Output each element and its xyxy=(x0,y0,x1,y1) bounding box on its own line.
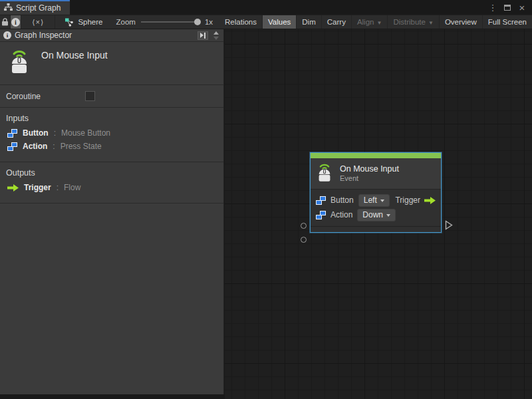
value-port-icon xyxy=(316,196,326,205)
title-tab-bar: Script Graph ⋮ × xyxy=(0,0,532,15)
scroll-up-icon[interactable] xyxy=(213,31,219,35)
chevron-down-icon xyxy=(380,200,384,202)
dim-label: Dim xyxy=(302,18,315,26)
action-port-label: Action xyxy=(331,210,352,219)
graph-hierarchy-icon xyxy=(4,3,13,13)
info-icon: i xyxy=(3,31,11,39)
zoom-slider-handle[interactable] xyxy=(194,19,201,25)
value-port-icon xyxy=(7,142,17,151)
fullscreen-button[interactable]: Full Screen xyxy=(483,15,532,29)
graph-owner-label: Sphere xyxy=(78,18,102,26)
distribute-label: Distribute xyxy=(393,18,426,26)
inputs-section: Inputs Button : Mouse Button Action : Pr… xyxy=(0,108,223,162)
value-port-icon xyxy=(7,129,17,138)
inspected-node-title: On Mouse Input xyxy=(41,50,108,61)
port-name: Trigger xyxy=(24,183,51,192)
inspected-node-summary: On Mouse Input xyxy=(0,42,223,85)
input-port-row: Action : Press State xyxy=(7,142,217,151)
port-type: Flow xyxy=(64,183,80,192)
graph-owner[interactable]: Sphere xyxy=(55,15,109,29)
trigger-output-port[interactable] xyxy=(445,220,453,230)
button-value: Left xyxy=(364,196,377,205)
coroutine-setting: Coroutine xyxy=(0,85,223,108)
values-label: Values xyxy=(268,18,291,26)
node-footer xyxy=(311,226,441,232)
carry-button[interactable]: Carry xyxy=(322,15,352,29)
input-port-row: Button : Mouse Button xyxy=(7,128,217,138)
action-input-port[interactable] xyxy=(301,237,307,243)
scroll-down-icon[interactable] xyxy=(213,37,219,40)
values-button[interactable]: Values xyxy=(263,15,297,29)
value-port-icon xyxy=(316,211,326,219)
close-icon[interactable]: × xyxy=(516,1,528,13)
zoom-control: Zoom 1x xyxy=(109,15,219,29)
graph-toolbar: i ⟨×⟩ Sphere Zoom 1x Relations Values Di… xyxy=(0,15,532,29)
inputs-header: Inputs xyxy=(6,114,217,123)
button-port-label: Button xyxy=(331,196,354,205)
dim-button[interactable]: Dim xyxy=(297,15,321,29)
carry-label: Carry xyxy=(327,18,346,26)
port-type: Press State xyxy=(61,142,102,151)
port-name: Action xyxy=(23,142,47,151)
separator: : xyxy=(54,128,56,138)
graph-inspector-panel: i Graph Inspector On Mouse Input Corouti… xyxy=(0,29,224,394)
on-mouse-input-icon xyxy=(316,162,333,185)
node-header[interactable]: On Mouse Input Event xyxy=(311,158,441,189)
separator: : xyxy=(57,183,59,192)
panel-scroll-arrows xyxy=(211,31,221,40)
trigger-port-label: Trigger xyxy=(395,196,420,205)
trigger-flow-arrow-icon[interactable] xyxy=(424,197,436,204)
outputs-section: Outputs Trigger : Flow xyxy=(0,162,223,203)
button-value-dropdown[interactable]: Left xyxy=(358,194,390,207)
zoom-slider[interactable] xyxy=(141,21,200,23)
menu-dots-icon[interactable]: ⋮ xyxy=(487,1,499,13)
zoom-value: 1x xyxy=(205,18,213,26)
coroutine-label: Coroutine xyxy=(6,92,85,101)
lock-button[interactable] xyxy=(0,15,11,29)
button-port-row: Button Left Trigger xyxy=(316,193,436,207)
window-controls: ⋮ × xyxy=(487,0,532,15)
chevron-down-icon: ▼ xyxy=(428,20,434,26)
on-mouse-input-icon xyxy=(8,48,31,76)
align-button[interactable]: Align ▼ xyxy=(352,15,388,29)
button-input-port[interactable] xyxy=(301,223,307,229)
flow-arrow-icon xyxy=(7,184,19,192)
distribute-button[interactable]: Distribute ▼ xyxy=(388,15,440,29)
tab-label: Script Graph xyxy=(16,3,61,13)
overview-label: Overview xyxy=(445,18,477,26)
overview-button[interactable]: Overview xyxy=(440,15,483,29)
node-subtitle: Event xyxy=(340,174,399,182)
code-brackets-icon: ⟨×⟩ xyxy=(32,18,44,27)
port-type: Mouse Button xyxy=(61,128,110,138)
chevron-down-icon xyxy=(386,214,390,217)
action-port-row: Action Down xyxy=(316,207,436,222)
relations-button[interactable]: Relations xyxy=(219,15,263,29)
script-graph-asset-icon xyxy=(65,18,74,27)
maximize-icon[interactable] xyxy=(501,1,513,13)
fullscreen-label: Full Screen xyxy=(488,18,527,26)
node-body: Button Left Trigger Action Down xyxy=(311,189,441,226)
tab-script-graph[interactable]: Script Graph xyxy=(0,0,70,15)
inspector-toggle-button[interactable]: i xyxy=(11,15,21,29)
edit-script-button[interactable]: ⟨×⟩ xyxy=(21,15,55,29)
outputs-header: Outputs xyxy=(6,168,217,178)
chevron-down-icon: ▼ xyxy=(376,20,382,26)
inspector-header: i Graph Inspector xyxy=(0,29,223,42)
info-icon: i xyxy=(11,18,20,27)
action-value: Down xyxy=(362,210,383,219)
dock-panel-icon[interactable] xyxy=(198,31,209,40)
port-name: Button xyxy=(23,128,49,138)
node-accent-bar xyxy=(311,153,441,158)
action-value-dropdown[interactable]: Down xyxy=(357,209,396,221)
separator: : xyxy=(53,142,55,151)
coroutine-checkbox[interactable] xyxy=(85,91,95,101)
on-mouse-input-node[interactable]: On Mouse Input Event Button Left Trigger xyxy=(310,152,442,233)
align-label: Align xyxy=(357,18,374,26)
inspector-title: Graph Inspector xyxy=(15,31,194,40)
relations-label: Relations xyxy=(225,18,257,26)
graph-canvas[interactable]: On Mouse Input Event Button Left Trigger xyxy=(225,29,532,399)
zoom-label: Zoom xyxy=(116,18,135,26)
toolbar-buttons: Relations Values Dim Carry Align ▼ Distr… xyxy=(219,15,532,29)
output-port-row: Trigger : Flow xyxy=(7,183,217,192)
lock-icon xyxy=(1,18,9,26)
